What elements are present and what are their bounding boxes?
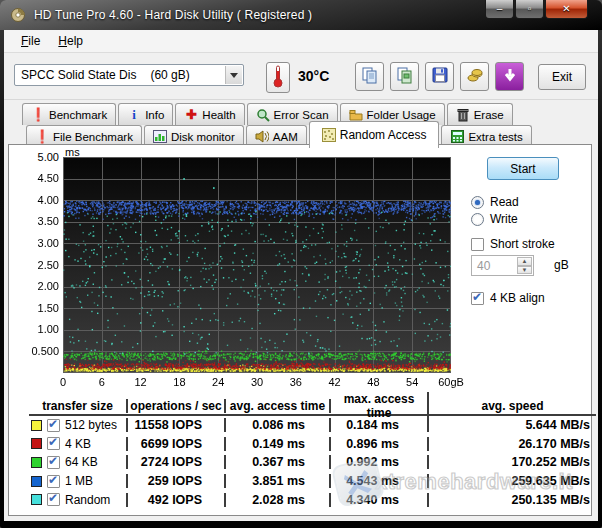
series-checkbox[interactable] [47,493,60,506]
coins-icon [466,66,484,87]
series-color-swatch [31,420,42,431]
copy-icon [361,66,379,87]
window-title: HD Tune Pro 4.60 - Hard Disk Utility ( R… [34,8,312,22]
drive-name: SPCC Solid State Dis [21,68,136,82]
read-radio[interactable]: Read [471,195,519,209]
tab-health[interactable]: ✚Health [175,103,244,125]
spin-down-icon[interactable]: ▼ [517,266,532,275]
transfer-size-label: Random [65,493,110,507]
checkbox-icon[interactable] [471,238,484,251]
transfer-size-label: 512 bytes [65,418,117,432]
menu-item-help[interactable]: Help [49,32,92,50]
avg-value: 3.851 ms [226,474,331,488]
x-tick: 6 [80,376,124,388]
random-access-panel: ms Start Read Write Short stroke 40 [8,144,592,516]
table-row: 1 MB259 IOPS3.851 ms4.543 ms259.635 MB/s [29,472,596,491]
minimize-button[interactable]: – [485,0,514,19]
health-icon: ✚ [184,108,198,122]
tab-label: Folder Usage [367,109,436,121]
x-tick: 54 [390,376,434,388]
erase-icon [456,108,470,122]
table-row: Random492 IOPS2.028 ms4.340 ms250.135 MB… [29,490,596,509]
tab-label: File Benchmark [53,131,133,143]
x-tick: 18 [157,376,201,388]
tab-benchmark[interactable]: ❗Benchmark [22,103,116,125]
table-row: 512 bytes11558 IOPS0.086 ms0.184 ms5.644… [29,416,596,435]
temperature-button[interactable] [266,62,290,93]
tab-random-access[interactable]: Random Access [309,121,440,148]
capacity-spinner[interactable]: 40 ▲ ▼ [471,255,534,276]
file-benchmark-icon: ❗ [35,130,49,144]
tab-label: Health [202,109,235,121]
series-color-swatch [31,457,42,468]
start-button[interactable]: Start [487,157,559,180]
series-checkbox[interactable] [47,456,60,469]
avg-value: 2.028 ms [226,493,331,507]
app-window: HD Tune Pro 4.60 - Hard Disk Utility ( R… [0,0,602,528]
write-radio[interactable]: Write [471,212,518,226]
max-value: 0.184 ms [331,418,429,432]
y-tick: 1.50 [11,302,59,314]
access-time-scatter-plot [63,157,451,373]
table-row: 64 KB2724 IOPS0.367 ms0.992 ms170.252 MB… [29,453,596,472]
random-access-icon [322,128,336,142]
client-area: FileHelp SPCC Solid State Dis (60 gB) 30… [4,30,598,521]
separator [468,285,560,286]
series-color-swatch [31,476,42,487]
series-checkbox[interactable] [47,419,60,432]
y-tick: 1.00 [11,323,59,335]
aam-icon [255,130,269,144]
x-tick: 24 [196,376,240,388]
short-stroke-checkbox[interactable]: Short stroke [471,237,555,251]
series-checkbox[interactable] [47,475,60,488]
max-value: 0.896 ms [331,437,429,451]
ops-value: 2724 IOPS [128,455,226,469]
y-tick: 3.50 [11,215,59,227]
speed-value: 250.135 MB/s [429,493,596,507]
disk-monitor-icon [153,130,167,144]
drive-select[interactable]: SPCC Solid State Dis (60 gB) [14,64,244,86]
menu-item-file[interactable]: File [12,32,49,50]
align-checkbox[interactable]: 4 KB align [471,291,545,305]
align-label: 4 KB align [490,291,545,305]
download-button[interactable] [495,62,524,91]
tab-label: Error Scan [274,109,329,121]
avg-value: 0.086 ms [226,418,331,432]
speed-value: 26.170 MB/s [429,437,596,451]
tab-info[interactable]: iInfo [118,103,173,125]
title-bar[interactable]: HD Tune Pro 4.60 - Hard Disk Utility ( R… [0,0,602,30]
tab-label: Random Access [340,128,427,142]
chevron-down-icon[interactable] [225,66,242,84]
column-header: max. access time [331,392,429,420]
donate-button[interactable] [460,62,489,91]
download-icon [502,67,518,86]
checkbox-icon[interactable] [471,292,484,305]
ops-value: 6699 IOPS [128,437,226,451]
avg-value: 0.149 ms [226,437,331,451]
max-value: 4.543 ms [331,474,429,488]
radio-icon[interactable] [471,213,484,226]
folder-icon [349,108,363,122]
save-button[interactable] [425,62,454,91]
exit-button[interactable]: Exit [538,64,586,90]
series-checkbox[interactable] [47,437,60,450]
y-tick: 2.50 [11,259,59,271]
x-tick: 12 [119,376,163,388]
copy-image-button[interactable] [390,62,419,91]
save-icon [431,66,449,87]
spin-up-icon[interactable]: ▲ [517,257,532,266]
column-header: avg. speed [429,399,596,413]
column-header: avg. access time [226,399,331,413]
radio-icon[interactable] [471,196,484,209]
error-scan-icon [256,108,270,122]
x-tick: 0 [41,376,85,388]
maximize-button[interactable]: ▫ [515,0,544,19]
temperature-value: 30°C [298,68,329,84]
x-tick: 60gB [429,376,473,388]
copy-text-button[interactable] [355,62,384,91]
column-header: transfer size [29,399,128,413]
copy-image-icon [396,66,414,87]
close-button[interactable]: ✕ [545,0,588,19]
tab-erase[interactable]: Erase [447,103,513,125]
short-stroke-label: Short stroke [490,237,555,251]
